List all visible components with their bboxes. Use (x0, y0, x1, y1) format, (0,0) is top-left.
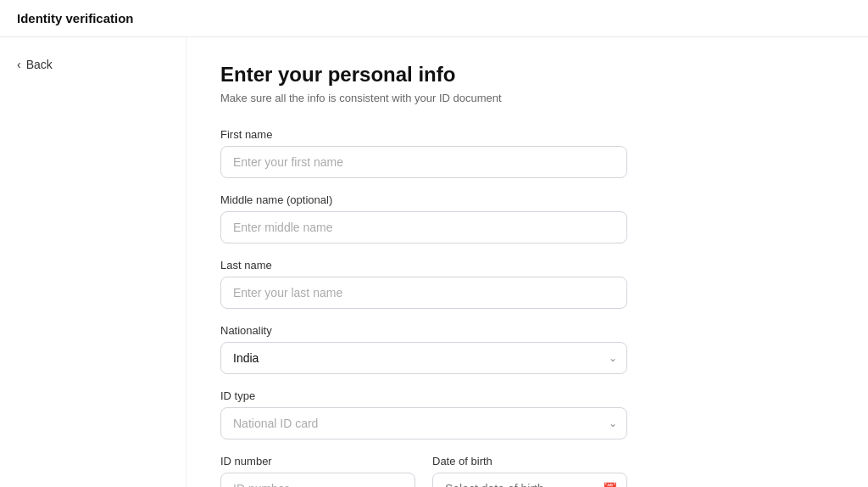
app-header: Identity verification (0, 0, 868, 37)
first-name-label: First name (220, 128, 834, 141)
middle-name-group: Middle name (optional) (220, 193, 834, 244)
nationality-select-wrapper: India United States United Kingdom Austr… (220, 342, 627, 374)
main-layout: ‹ Back Enter your personal info Make sur… (0, 37, 868, 487)
page-title: Enter your personal info (220, 63, 834, 87)
id-number-label: ID number (220, 455, 415, 467)
id-type-label: ID type (220, 389, 834, 402)
dob-input-wrapper: 📅 (432, 473, 627, 487)
nationality-label: Nationality (220, 324, 834, 337)
last-name-group: Last name (220, 259, 834, 309)
id-type-select-wrapper: National ID card Passport Driver's licen… (220, 407, 627, 439)
middle-name-label: Middle name (optional) (220, 193, 834, 206)
first-name-input[interactable] (220, 146, 627, 178)
dob-input[interactable] (432, 473, 627, 487)
id-type-group: ID type National ID card Passport Driver… (220, 389, 834, 439)
last-name-label: Last name (220, 259, 834, 271)
page-subtitle: Make sure all the info is consistent wit… (220, 92, 834, 104)
middle-name-input[interactable] (220, 211, 627, 244)
last-name-input[interactable] (220, 277, 627, 309)
nationality-group: Nationality India United States United K… (220, 324, 834, 374)
dob-label: Date of birth (432, 455, 627, 467)
back-button[interactable]: ‹ Back (17, 54, 53, 75)
id-number-input[interactable] (220, 473, 415, 487)
dob-group: Date of birth 📅 (432, 455, 627, 487)
id-type-select[interactable]: National ID card Passport Driver's licen… (220, 407, 627, 439)
back-arrow-icon: ‹ (17, 58, 21, 71)
id-number-group: ID number (220, 455, 415, 487)
id-dob-row: ID number Date of birth 📅 (220, 455, 627, 487)
nationality-select[interactable]: India United States United Kingdom Austr… (220, 342, 627, 374)
app-title: Identity verification (17, 11, 134, 25)
first-name-group: First name (220, 128, 834, 178)
sidebar: ‹ Back (0, 37, 186, 487)
form-content: Enter your personal info Make sure all t… (186, 37, 868, 487)
back-label: Back (26, 58, 53, 71)
